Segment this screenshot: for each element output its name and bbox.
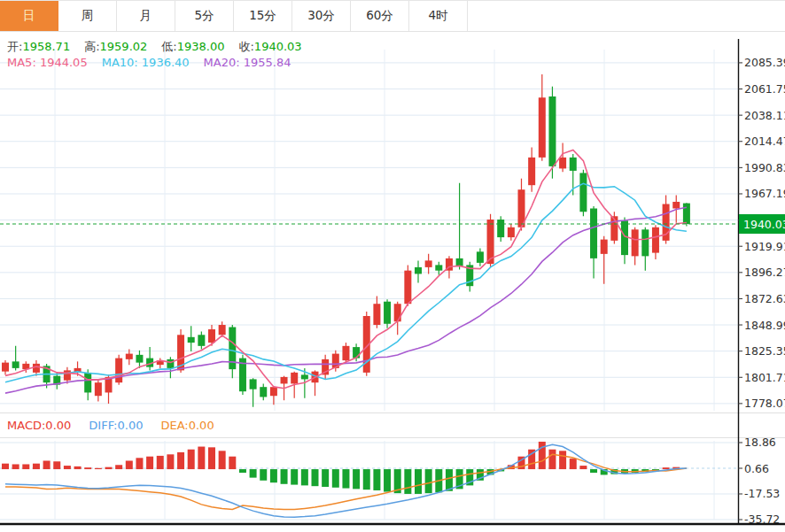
tab-week[interactable]: 周 [58, 1, 117, 31]
svg-text:1801.71: 1801.71 [744, 371, 785, 384]
trading-chart-app: { "tabs": { "items": [ {"id":"day","labe… [0, 0, 785, 532]
tab-day[interactable]: 日 [0, 1, 58, 31]
svg-text:2038.11: 2038.11 [744, 109, 785, 122]
svg-text:1848.99: 1848.99 [744, 319, 785, 332]
svg-text:-35.72: -35.72 [744, 513, 780, 526]
candlestick-macd-chart[interactable]: 2085.392061.752038.112014.471990.831967.… [0, 32, 785, 532]
tab-60min[interactable]: 60分 [351, 1, 409, 31]
svg-text:1778.07: 1778.07 [744, 397, 785, 410]
tab-5min[interactable]: 5分 [175, 1, 234, 31]
svg-text:1896.27: 1896.27 [744, 266, 785, 279]
current-price-badge: 1940.03 [739, 214, 785, 234]
tab-4hour[interactable]: 4时 [409, 1, 468, 31]
svg-text:1825.35: 1825.35 [744, 344, 785, 358]
svg-text:18.86: 18.86 [744, 436, 776, 449]
tab-15min[interactable]: 15分 [234, 1, 292, 31]
svg-text:2061.75: 2061.75 [744, 82, 785, 96]
svg-text:2085.39: 2085.39 [744, 56, 785, 69]
svg-text:0.66: 0.66 [744, 462, 769, 475]
svg-text:-17.53: -17.53 [744, 487, 780, 500]
svg-text:1967.19: 1967.19 [744, 187, 785, 200]
tab-30min[interactable]: 30分 [292, 1, 351, 31]
period-tab-bar: 日周月5分15分30分60分4时 [0, 0, 785, 32]
price-axis: 2085.392061.752038.112014.471990.831967.… [738, 56, 785, 526]
svg-text:1872.63: 1872.63 [744, 292, 785, 305]
svg-text:1990.83: 1990.83 [744, 161, 785, 174]
svg-text:1940.03: 1940.03 [743, 218, 785, 231]
svg-text:1919.91: 1919.91 [744, 240, 785, 253]
chart-area: 2085.392061.752038.112014.471990.831967.… [0, 32, 785, 532]
tab-month[interactable]: 月 [117, 1, 175, 31]
svg-text:2014.47: 2014.47 [744, 135, 785, 148]
